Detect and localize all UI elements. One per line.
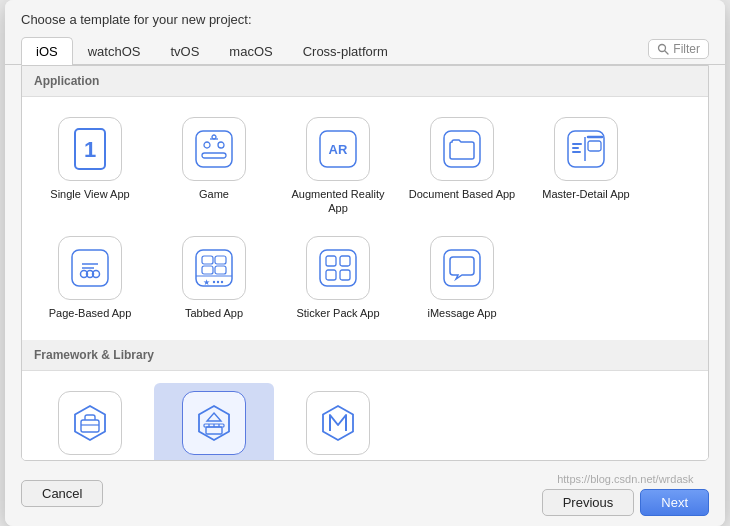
- svg-rect-4: [196, 131, 232, 167]
- svg-text:AR: AR: [329, 142, 348, 157]
- ar-app-label: Augmented Reality App: [284, 187, 392, 216]
- tab-macos[interactable]: macOS: [214, 37, 287, 65]
- single-view-app-icon: 1: [58, 117, 122, 181]
- svg-rect-37: [326, 256, 336, 266]
- svg-rect-16: [572, 147, 579, 149]
- metal-library-icon: [306, 391, 370, 455]
- template-ar-app[interactable]: AR Augmented Reality App: [278, 109, 398, 224]
- template-cocoa-touch-static-library[interactable]: Cocoa Touch Static Library: [154, 383, 274, 461]
- svg-rect-38: [340, 256, 350, 266]
- svg-rect-35: [215, 266, 226, 274]
- svg-rect-26: [196, 250, 232, 286]
- master-detail-app-label: Master-Detail App: [542, 187, 629, 201]
- document-based-app-label: Document Based App: [409, 187, 515, 201]
- svg-point-6: [218, 142, 224, 148]
- template-master-detail-app[interactable]: Master-Detail App: [526, 109, 646, 224]
- svg-rect-36: [320, 250, 356, 286]
- svg-rect-43: [81, 420, 99, 432]
- template-metal-library[interactable]: Metal Library: [278, 383, 398, 461]
- new-project-dialog: Choose a template for your new project: …: [5, 0, 725, 526]
- svg-marker-42: [75, 406, 105, 440]
- template-imessage-app[interactable]: iMessage App: [402, 228, 522, 328]
- svg-point-29: [213, 280, 215, 282]
- svg-rect-15: [572, 143, 582, 145]
- tabbed-app-label: Tabbed App: [185, 306, 243, 320]
- svg-rect-46: [206, 427, 222, 434]
- dialog-footer: Cancel https://blog.csdn.net/wrdask Prev…: [5, 461, 725, 526]
- template-tabbed-app[interactable]: ★ Tabbed App: [154, 228, 274, 328]
- svg-point-31: [221, 280, 223, 282]
- ar-app-icon: AR: [306, 117, 370, 181]
- document-based-app-icon: [430, 117, 494, 181]
- svg-line-1: [665, 50, 669, 54]
- imessage-app-icon: [430, 236, 494, 300]
- application-grid: 1 Single View App: [22, 97, 708, 340]
- svg-rect-33: [215, 256, 226, 264]
- platform-tabs: iOS watchOS tvOS macOS Cross-platform Fi…: [5, 37, 725, 65]
- sticker-pack-app-icon: [306, 236, 370, 300]
- navigation-buttons: Previous Next: [542, 489, 709, 516]
- game-icon: [182, 117, 246, 181]
- svg-point-30: [217, 280, 219, 282]
- next-button[interactable]: Next: [640, 489, 709, 516]
- page-based-app-label: Page-Based App: [49, 306, 132, 320]
- template-page-based-app[interactable]: Page-Based App: [30, 228, 150, 328]
- game-label: Game: [199, 187, 229, 201]
- framework-grid: Cocoa Touch Framework: [22, 371, 708, 461]
- cancel-button[interactable]: Cancel: [21, 480, 103, 507]
- svg-rect-39: [326, 270, 336, 280]
- tab-crossplatform[interactable]: Cross-platform: [288, 37, 403, 65]
- svg-point-9: [212, 135, 216, 139]
- tab-watchos[interactable]: watchOS: [73, 37, 156, 65]
- svg-rect-40: [340, 270, 350, 280]
- watermark: https://blog.csdn.net/wrdask: [557, 471, 693, 487]
- template-single-view-app[interactable]: 1 Single View App: [30, 109, 150, 224]
- svg-rect-18: [588, 141, 601, 151]
- svg-rect-34: [202, 266, 213, 274]
- svg-marker-45: [199, 406, 229, 440]
- filter-icon: [657, 43, 669, 55]
- filter-input[interactable]: Filter: [648, 39, 709, 59]
- svg-rect-32: [202, 256, 213, 264]
- template-content: Application 1 Single View App: [21, 65, 709, 461]
- tabbed-app-icon: ★: [182, 236, 246, 300]
- template-cocoa-touch-framework[interactable]: Cocoa Touch Framework: [30, 383, 150, 461]
- svg-marker-51: [207, 413, 221, 421]
- tab-tvos[interactable]: tvOS: [155, 37, 214, 65]
- imessage-app-label: iMessage App: [427, 306, 496, 320]
- template-document-based-app[interactable]: Document Based App: [402, 109, 522, 224]
- filter-label: Filter: [673, 42, 700, 56]
- cocoa-touch-framework-icon: [58, 391, 122, 455]
- tab-ios[interactable]: iOS: [21, 37, 73, 65]
- svg-text:1: 1: [84, 137, 96, 162]
- svg-text:★: ★: [203, 278, 210, 287]
- svg-rect-17: [572, 151, 581, 153]
- framework-library-section-header: Framework & Library: [22, 340, 708, 371]
- dialog-header: Choose a template for your new project:: [5, 0, 725, 37]
- page-based-app-icon: [58, 236, 122, 300]
- cocoa-touch-static-library-icon: [182, 391, 246, 455]
- dialog-title: Choose a template for your new project:: [21, 12, 709, 27]
- previous-button[interactable]: Previous: [542, 489, 635, 516]
- svg-marker-52: [323, 406, 353, 440]
- application-section-header: Application: [22, 66, 708, 97]
- svg-point-5: [204, 142, 210, 148]
- template-game[interactable]: Game: [154, 109, 274, 224]
- single-view-app-label: Single View App: [50, 187, 129, 201]
- master-detail-app-icon: [554, 117, 618, 181]
- template-sticker-pack-app[interactable]: Sticker Pack App: [278, 228, 398, 328]
- sticker-pack-app-label: Sticker Pack App: [296, 306, 379, 320]
- svg-rect-7: [202, 153, 226, 158]
